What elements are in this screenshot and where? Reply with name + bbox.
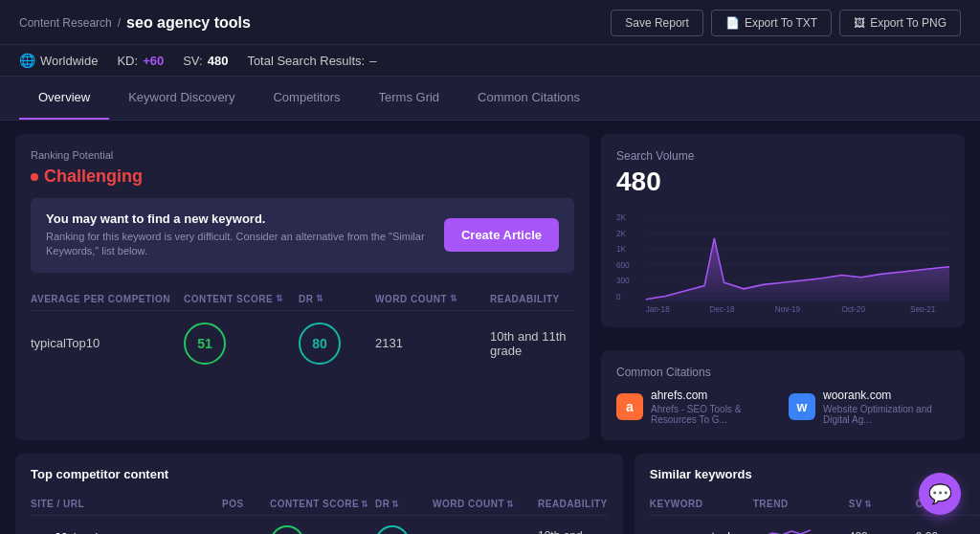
tab-common-citations[interactable]: Common Citations bbox=[458, 77, 599, 120]
competitor-card: Top competitor content SITE / URL POS CO… bbox=[15, 454, 623, 534]
ahrefs-domain: ahrefs.com bbox=[651, 389, 777, 402]
kd-value: +60 bbox=[143, 54, 164, 68]
common-citations-card: Common Citations a ahrefs.com Ahrefs - S… bbox=[601, 350, 965, 440]
header-content-score: CONTENT SCORE ⇅ bbox=[184, 294, 299, 304]
header-actions: Save Report 📄 Export To TXT 🖼 Export To … bbox=[611, 10, 961, 36]
app-header: Content Research / seo agency tools Save… bbox=[0, 0, 980, 45]
col-pos: POS bbox=[222, 499, 270, 509]
sv-card-number: 480 bbox=[616, 167, 949, 197]
worldwide-label: Worldwide bbox=[40, 54, 98, 68]
svg-text:Sep-21: Sep-21 bbox=[910, 304, 936, 312]
content-score-cell: 51 bbox=[184, 323, 299, 365]
svg-text:300: 300 bbox=[616, 276, 630, 285]
export-png-button[interactable]: 🖼 Export To PNG bbox=[839, 10, 961, 36]
sv-badge: SV: 480 bbox=[183, 54, 228, 68]
breadcrumb-sep: / bbox=[118, 16, 121, 30]
breadcrumb: Content Research / seo agency tools bbox=[19, 14, 251, 32]
chart-area: 2K 2K 1K 600 300 0 Jan-18 Dec-18 Nov-19 … bbox=[616, 207, 949, 312]
chat-icon: 💬 bbox=[928, 482, 952, 505]
svg-text:0: 0 bbox=[616, 292, 621, 301]
tab-keyword-discovery[interactable]: Keyword Discovery bbox=[109, 77, 254, 120]
main-content: Ranking Potential Challenging You may wa… bbox=[0, 121, 980, 454]
table-row: 99signals.com https://www.99signals.com/… bbox=[31, 516, 608, 534]
ranking-value: Challenging bbox=[31, 167, 574, 187]
kd-badge: KD: +60 bbox=[117, 54, 164, 68]
citations-title: Common Citations bbox=[616, 366, 949, 379]
svg-text:Oct-20: Oct-20 bbox=[841, 304, 865, 312]
sub-header: 🌐 Worldwide KD: +60 SV: 480 Total Search… bbox=[0, 45, 980, 77]
sv-cell: 480 bbox=[849, 530, 916, 535]
svg-text:600: 600 bbox=[616, 260, 630, 270]
header-readability: READABILITY bbox=[490, 294, 574, 304]
export-txt-button[interactable]: 📄 Export To TXT bbox=[711, 10, 832, 36]
create-article-button[interactable]: Create Article bbox=[444, 218, 559, 252]
ranking-dot bbox=[31, 173, 38, 181]
comp-dr-circle: 60 bbox=[375, 525, 410, 534]
export-txt-icon: 📄 bbox=[725, 16, 740, 30]
header-word-count: WORD COUNT ⇅ bbox=[375, 294, 490, 304]
ahrefs-desc: Ahrefs - SEO Tools & Resources To G... bbox=[651, 404, 777, 425]
tab-terms-grid[interactable]: Terms Grid bbox=[360, 77, 459, 120]
competitor-header: SITE / URL POS CONTENT SCORE ⇅ DR ⇅ WORD… bbox=[31, 493, 608, 516]
breadcrumb-parent: Content Research bbox=[19, 16, 112, 30]
header-avg-competition: AVERAGE PER COMPETION bbox=[31, 294, 184, 304]
col-sv: SV ⇅ bbox=[849, 499, 916, 509]
woorank-desc: Website Optimization and Digital Ag... bbox=[823, 404, 949, 425]
svg-text:Jan-18: Jan-18 bbox=[646, 304, 670, 312]
total-results: Total Search Results: – bbox=[247, 54, 376, 68]
competitor-title: Top competitor content bbox=[31, 467, 608, 481]
dr-cell: 80 bbox=[299, 323, 375, 365]
comp-readability-cell: 10th and 11th grade bbox=[538, 529, 608, 534]
citation-item-woorank: w woorank.com Website Optimization and D… bbox=[789, 389, 949, 425]
alert-heading: You may want to find a new keyword. bbox=[46, 211, 265, 226]
word-count-cell: 2131 bbox=[375, 336, 490, 350]
save-report-button[interactable]: Save Report bbox=[611, 10, 703, 36]
sv-chart: 2K 2K 1K 600 300 0 Jan-18 Dec-18 Nov-19 … bbox=[616, 207, 949, 312]
worldwide-selector[interactable]: 🌐 Worldwide bbox=[19, 53, 98, 68]
dr-circle: 80 bbox=[299, 323, 341, 365]
competitor-table: SITE / URL POS CONTENT SCORE ⇅ DR ⇅ WORD… bbox=[31, 493, 608, 534]
col-content-score: CONTENT SCORE ⇅ bbox=[270, 499, 375, 509]
trend-chart bbox=[753, 525, 811, 534]
citation-items: a ahrefs.com Ahrefs - SEO Tools & Resour… bbox=[616, 389, 949, 425]
comp-content-score-cell: 44 bbox=[270, 525, 375, 534]
site-info-cell: 99signals.com https://www.99signals.com/… bbox=[31, 531, 222, 535]
svg-text:1K: 1K bbox=[616, 244, 626, 254]
trend-cell bbox=[753, 525, 849, 534]
alert-box: You may want to find a new keyword. Rank… bbox=[31, 198, 574, 273]
list-item: seo agency tools 480 9.20 bbox=[650, 516, 980, 534]
metrics-table: AVERAGE PER COMPETION CONTENT SCORE ⇅ DR… bbox=[31, 288, 574, 376]
nav-tabs: Overview Keyword Discovery Competitors T… bbox=[0, 77, 980, 121]
col-word-count: WORD COUNT ⇅ bbox=[433, 499, 538, 509]
woorank-info: woorank.com Website Optimization and Dig… bbox=[823, 389, 949, 425]
tab-overview[interactable]: Overview bbox=[19, 77, 109, 120]
metrics-row: typicalTop10 51 80 2131 10th and 11th gr… bbox=[31, 311, 574, 376]
search-volume-card: Search Volume 480 bbox=[601, 134, 965, 327]
header-dr: DR ⇅ bbox=[299, 294, 375, 304]
metrics-header: AVERAGE PER COMPETION CONTENT SCORE ⇅ DR… bbox=[31, 288, 574, 311]
content-score-circle: 51 bbox=[184, 323, 226, 365]
svg-text:Nov-19: Nov-19 bbox=[775, 304, 801, 312]
export-png-icon: 🖼 bbox=[854, 16, 865, 30]
site-name: 99signals.com bbox=[55, 531, 183, 535]
svg-text:2K: 2K bbox=[616, 212, 626, 222]
cpc-cell: 9.20 bbox=[916, 530, 980, 535]
alert-body: Ranking for this keyword is very difficu… bbox=[46, 230, 433, 259]
col-keyword: KEYWORD bbox=[650, 499, 753, 509]
svg-text:2K: 2K bbox=[616, 229, 626, 238]
col-readability: READABILITY bbox=[538, 499, 608, 509]
alert-text: You may want to find a new keyword. Rank… bbox=[46, 211, 433, 259]
col-dr: DR ⇅ bbox=[375, 499, 433, 509]
col-trend: TREND bbox=[753, 499, 849, 509]
citation-item-ahrefs: a ahrefs.com Ahrefs - SEO Tools & Resour… bbox=[616, 389, 777, 425]
woorank-logo: w bbox=[789, 393, 815, 420]
typical-top10-label: typicalTop10 bbox=[31, 336, 184, 350]
ahrefs-info: ahrefs.com Ahrefs - SEO Tools & Resource… bbox=[651, 389, 777, 425]
tab-competitors[interactable]: Competitors bbox=[254, 77, 359, 120]
keyword-cell: seo agency tools bbox=[650, 530, 753, 535]
comp-dr-cell: 60 bbox=[375, 525, 433, 534]
ahrefs-logo: a bbox=[616, 393, 643, 420]
chat-button[interactable]: 💬 bbox=[919, 473, 961, 515]
page-title: seo agency tools bbox=[126, 14, 251, 32]
bottom-section: Top competitor content SITE / URL POS CO… bbox=[0, 454, 980, 534]
